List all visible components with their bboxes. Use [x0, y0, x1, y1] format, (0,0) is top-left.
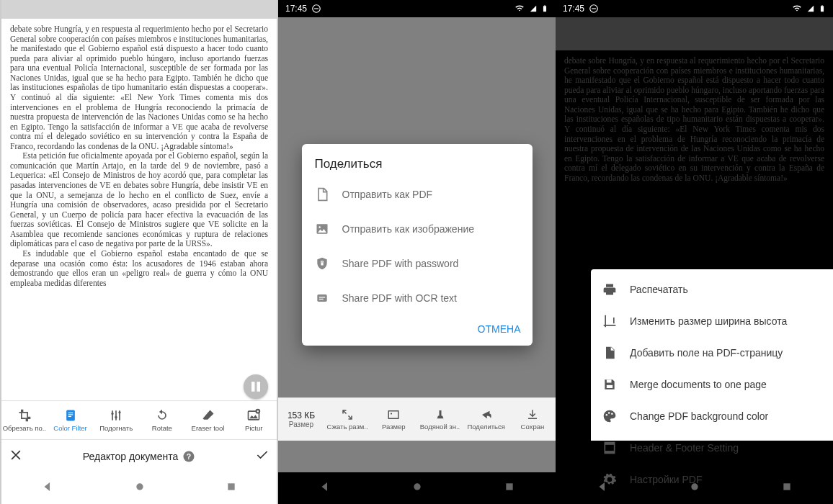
dnd-icon	[311, 4, 321, 14]
svg-point-6	[119, 411, 121, 413]
svg-rect-12	[228, 483, 234, 490]
wifi-icon	[514, 4, 525, 14]
crop-tool[interactable]: Обрезать по..	[1, 401, 48, 439]
dialog-title: Поделиться	[302, 144, 533, 177]
svg-rect-1	[68, 413, 73, 413]
svg-point-37	[692, 483, 698, 490]
color-filter-label: Color Filter	[53, 424, 86, 432]
nav-back[interactable]	[596, 480, 609, 496]
svg-point-5	[115, 416, 117, 418]
svg-point-33	[611, 413, 613, 415]
svg-point-4	[112, 413, 114, 415]
tools-toolbar: Обрезать по.. Color Filter Подогнать Rot…	[1, 400, 277, 439]
color-filter-tool[interactable]: Color Filter	[48, 401, 94, 439]
nav-bar	[1, 472, 277, 504]
status-bar: 17:45	[556, 0, 833, 17]
svg-rect-3	[68, 416, 71, 417]
svg-rect-14	[543, 6, 546, 12]
nav-back[interactable]	[318, 480, 331, 496]
svg-point-19	[318, 226, 321, 228]
share-dialog: Поделиться Отправить как PDF Отправить к…	[302, 144, 533, 346]
pdf-icon	[602, 346, 617, 360]
status-bar: 17:45	[278, 0, 556, 17]
svg-rect-27	[821, 6, 824, 12]
svg-point-11	[136, 483, 143, 490]
doc-para-2: Esta petición fue oficialmente apoyada p…	[10, 151, 268, 249]
fit-tool[interactable]: Подогнать	[93, 401, 139, 439]
shield-lock-icon	[315, 256, 329, 271]
svg-rect-30	[607, 385, 612, 388]
svg-point-32	[608, 412, 610, 414]
menu-resize[interactable]: Изменить размер ширина высота	[591, 305, 833, 337]
wifi-icon	[791, 4, 803, 14]
svg-rect-15	[544, 5, 545, 6]
ocr-text-icon	[315, 291, 329, 305]
eraser-label: Eraser tool	[192, 424, 225, 432]
sliders-icon	[109, 408, 123, 423]
header-footer-icon	[602, 441, 617, 455]
send-as-image[interactable]: Отправить как изображение	[302, 212, 533, 246]
nav-home[interactable]	[411, 481, 423, 495]
document-icon	[63, 408, 78, 423]
pdf-icon	[315, 187, 329, 202]
editor-title: Редактор документа ?	[29, 450, 249, 463]
nav-back[interactable]	[41, 480, 54, 496]
svg-rect-25	[506, 483, 512, 490]
dialog-overlay[interactable]: Поделиться Отправить как PDF Отправить к…	[278, 17, 556, 472]
share-pdf-ocr[interactable]: Share PDF with OCR text	[302, 281, 533, 315]
close-icon	[9, 448, 23, 462]
send-as-pdf[interactable]: Отправить как PDF	[302, 177, 533, 212]
nav-recent[interactable]	[781, 481, 793, 495]
svg-rect-36	[605, 451, 614, 453]
svg-point-24	[414, 483, 421, 490]
picture-tool[interactable]: Pictur	[231, 401, 277, 439]
rotate-icon	[155, 408, 169, 423]
svg-rect-28	[821, 5, 823, 6]
battery-icon	[819, 4, 826, 14]
more-menu: Распечатать Изменить размер ширина высот…	[591, 269, 833, 441]
nav-home[interactable]	[134, 481, 146, 495]
eraser-tool[interactable]: Eraser tool	[185, 401, 231, 439]
menu-bgcolor[interactable]: Change PDF background color	[591, 400, 833, 432]
home-icon	[134, 481, 146, 492]
screen-share-dialog: 17:45 153 КБ Размер Сжать разм.. Размер …	[278, 0, 556, 504]
signal-icon	[807, 4, 814, 14]
status-time: 17:45	[563, 4, 584, 14]
screen-more-menu: 17:45 debate sobre Hungría, y en respues…	[556, 0, 833, 504]
crop-icon	[17, 408, 32, 423]
rotate-tool[interactable]: Rotate	[139, 401, 185, 439]
signal-icon	[530, 4, 537, 14]
fit-label: Подогнать	[99, 424, 133, 432]
back-icon	[41, 480, 54, 493]
svg-rect-0	[66, 410, 75, 421]
top-bar	[1, 0, 277, 19]
share-pdf-password[interactable]: Share PDF with password	[302, 246, 533, 281]
close-button[interactable]	[9, 448, 23, 465]
crop-label: Обрезать по..	[3, 424, 46, 432]
svg-rect-38	[783, 483, 790, 490]
svg-rect-23	[318, 299, 323, 300]
picture-label: Pictur	[245, 424, 262, 432]
page-mode-button[interactable]	[244, 374, 268, 399]
help-icon[interactable]: ?	[182, 450, 195, 463]
menu-add-field[interactable]: Добавить поле на PDF-страницу	[591, 337, 833, 369]
menu-merge[interactable]: Merge documents to one page	[591, 369, 833, 400]
nav-recent[interactable]	[226, 481, 237, 495]
nav-home[interactable]	[689, 481, 700, 495]
editor-bar: Редактор документа ?	[1, 439, 277, 472]
svg-rect-35	[605, 443, 614, 445]
svg-text:?: ?	[187, 451, 191, 460]
cancel-button[interactable]: ОТМЕНА	[478, 323, 521, 335]
dnd-icon	[589, 4, 599, 14]
nav-recent[interactable]	[504, 481, 515, 495]
home-icon	[689, 481, 700, 492]
menu-print[interactable]: Распечатать	[591, 274, 833, 305]
nav-bar	[556, 472, 833, 504]
home-icon	[411, 481, 423, 492]
document-area[interactable]: debate sobre Hungría, y en respuesta al …	[1, 19, 277, 400]
confirm-button[interactable]	[255, 448, 270, 465]
nav-bar	[278, 472, 556, 504]
doc-para-1: debate sobre Hungría, y en respuesta al …	[10, 24, 268, 151]
menu-header-footer[interactable]: Header & Footer Setting	[591, 432, 833, 464]
back-icon	[596, 480, 609, 493]
